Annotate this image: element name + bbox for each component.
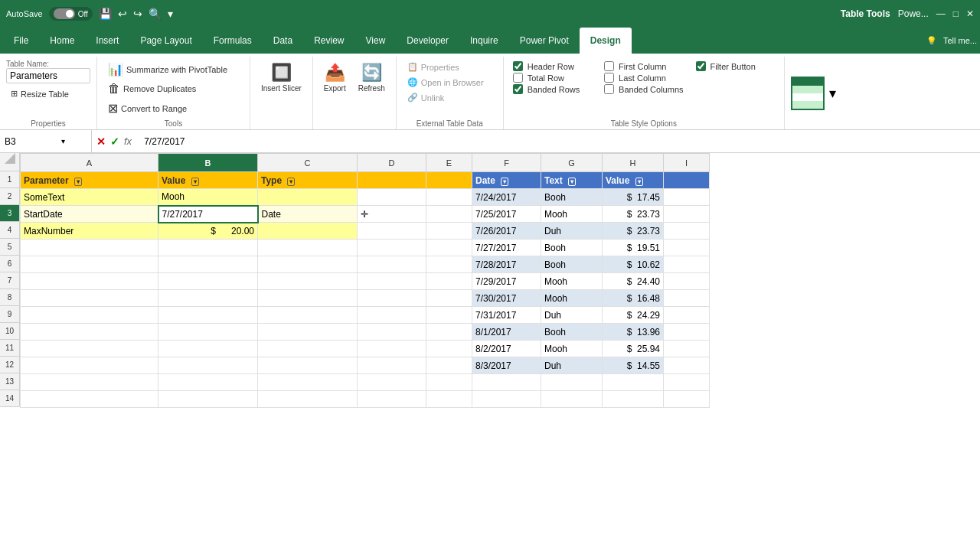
cell-g9[interactable]: Duh <box>541 307 603 324</box>
cell-g4[interactable]: Duh <box>541 223 603 240</box>
confirm-formula-icon[interactable]: ✓ <box>110 135 119 148</box>
cell-e3[interactable] <box>426 206 472 223</box>
cell-d13[interactable] <box>358 374 426 391</box>
cell-c2[interactable] <box>258 189 358 206</box>
tab-insert[interactable]: Insert <box>85 28 129 54</box>
cell-g8[interactable]: Mooh <box>541 290 603 307</box>
type-filter-btn[interactable]: ▾ <box>287 178 295 186</box>
cell-i14[interactable] <box>664 391 710 408</box>
cell-c7[interactable] <box>258 273 358 290</box>
more-styles-arrow[interactable]: ▾ <box>829 85 836 102</box>
cell-h12[interactable]: $ 14.55 <box>603 357 664 374</box>
cell-h13[interactable] <box>603 374 664 391</box>
cell-f3[interactable]: 7/25/2017 <box>472 206 541 223</box>
maximize-icon[interactable]: □ <box>953 8 959 19</box>
col-header-b[interactable]: B <box>158 154 258 172</box>
cell-c11[interactable] <box>258 341 358 357</box>
row-header-10[interactable]: 10 <box>0 323 20 340</box>
formula-input[interactable] <box>139 136 980 147</box>
cell-e14[interactable] <box>426 391 472 408</box>
cell-c6[interactable] <box>258 256 358 273</box>
total-row-checkbox[interactable] <box>513 73 523 83</box>
col-header-d[interactable]: D <box>358 154 426 172</box>
cell-f6[interactable]: 7/28/2017 <box>472 256 541 273</box>
tab-home[interactable]: Home <box>39 28 85 54</box>
cell-a2[interactable]: SomeText <box>21 189 158 206</box>
cell-i4[interactable] <box>664 223 710 240</box>
cell-g13[interactable] <box>541 374 603 391</box>
cell-a6[interactable] <box>21 256 158 273</box>
cell-f9[interactable]: 7/31/2017 <box>472 307 541 324</box>
cell-f11[interactable]: 8/2/2017 <box>472 341 541 357</box>
cell-g5[interactable]: Booh <box>541 240 603 256</box>
cell-h2[interactable]: $ 17.45 <box>603 189 664 206</box>
tab-review[interactable]: Review <box>303 28 354 54</box>
text-filter-btn[interactable]: ▾ <box>568 178 576 186</box>
first-column-checkbox[interactable] <box>604 61 614 71</box>
cell-e8[interactable] <box>426 290 472 307</box>
banded-columns-checkbox[interactable] <box>604 84 614 94</box>
cell-b6[interactable] <box>158 256 258 273</box>
cell-h5[interactable]: $ 19.51 <box>603 240 664 256</box>
col-header-a[interactable]: A <box>21 154 158 172</box>
cell-d2[interactable] <box>358 189 426 206</box>
cell-e7[interactable] <box>426 273 472 290</box>
cell-h14[interactable] <box>603 391 664 408</box>
row-header-13[interactable]: 13 <box>0 373 20 390</box>
remove-duplicates-btn[interactable]: 🗑 Remove Duplicates <box>103 80 232 98</box>
cell-h11[interactable]: $ 25.94 <box>603 341 664 357</box>
cell-d8[interactable] <box>358 290 426 307</box>
col-header-e[interactable]: E <box>426 154 472 172</box>
cell-b9[interactable] <box>158 307 258 324</box>
cell-a4[interactable]: MaxNumber <box>21 223 158 240</box>
print-preview-icon[interactable]: 🔍 <box>149 8 162 20</box>
cell-d1[interactable] <box>358 172 426 189</box>
cell-d14[interactable] <box>358 391 426 408</box>
cell-c5[interactable] <box>258 240 358 256</box>
banded-rows-checkbox[interactable] <box>513 84 523 94</box>
row-header-11[interactable]: 11 <box>0 340 20 357</box>
param-filter-btn[interactable]: ▾ <box>74 178 82 186</box>
cell-f5[interactable]: 7/27/2017 <box>472 240 541 256</box>
cell-f13[interactable] <box>472 374 541 391</box>
row-header-8[interactable]: 8 <box>0 289 20 306</box>
summarize-pivottable-btn[interactable]: 📊 Summarize with PivotTable <box>103 60 232 79</box>
cell-a3[interactable]: StartDate <box>21 206 158 223</box>
row-header-2[interactable]: 2 <box>0 188 20 205</box>
cell-ref-input[interactable] <box>5 136 58 147</box>
insert-slicer-btn[interactable]: 🔲 Insert Slicer <box>256 60 306 96</box>
col-header-h[interactable]: H <box>603 154 664 172</box>
cell-ref-dropdown[interactable]: ▾ <box>61 137 65 145</box>
cell-f10[interactable]: 8/1/2017 <box>472 324 541 341</box>
cell-i3[interactable] <box>664 206 710 223</box>
tab-view[interactable]: View <box>355 28 397 54</box>
cell-i10[interactable] <box>664 324 710 341</box>
cell-h7[interactable]: $ 24.40 <box>603 273 664 290</box>
cell-a10[interactable] <box>21 324 158 341</box>
cell-c3[interactable]: Date <box>258 206 358 223</box>
cell-f12[interactable]: 8/3/2017 <box>472 357 541 374</box>
last-column-checkbox[interactable] <box>604 73 614 83</box>
cell-h8[interactable]: $ 16.48 <box>603 290 664 307</box>
cell-g6[interactable]: Booh <box>541 256 603 273</box>
col-header-g[interactable]: G <box>541 154 603 172</box>
cell-e9[interactable] <box>426 307 472 324</box>
cell-b11[interactable] <box>158 341 258 357</box>
col-header-i[interactable]: I <box>664 154 710 172</box>
cell-b5[interactable] <box>158 240 258 256</box>
cell-i5[interactable] <box>664 240 710 256</box>
cell-g1[interactable]: Text ▾ <box>541 172 603 189</box>
row-header-4[interactable]: 4 <box>0 222 20 239</box>
cell-b3[interactable]: 7/27/2017 <box>158 206 258 223</box>
cell-e6[interactable] <box>426 256 472 273</box>
row-header-5[interactable]: 5 <box>0 239 20 256</box>
redo-icon[interactable]: ↪ <box>133 8 142 20</box>
cell-d3[interactable]: ✛ <box>358 206 426 223</box>
cell-d12[interactable] <box>358 357 426 374</box>
cell-a7[interactable] <box>21 273 158 290</box>
more-commands-icon[interactable]: ▾ <box>168 8 173 20</box>
cell-c12[interactable] <box>258 357 358 374</box>
style-tile-1[interactable] <box>791 77 825 110</box>
autosave-toggle[interactable]: Off <box>49 7 93 21</box>
cell-g2[interactable]: Booh <box>541 189 603 206</box>
